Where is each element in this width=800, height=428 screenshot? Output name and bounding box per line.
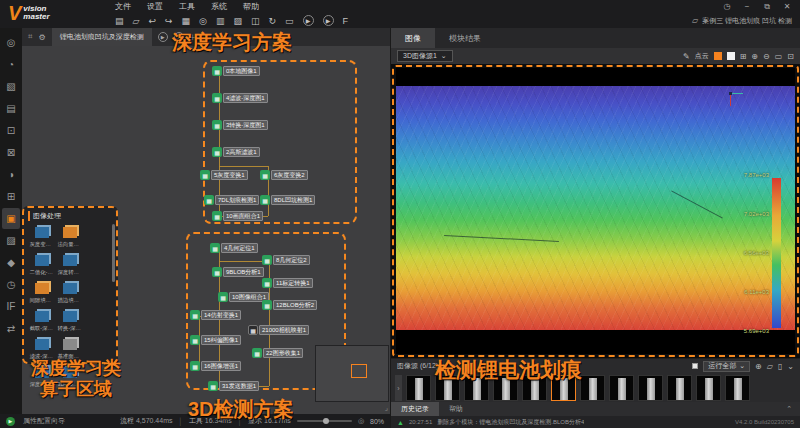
image-thumbnail[interactable]: [696, 375, 721, 401]
operator-item[interactable]: 转换-深度图: [56, 309, 84, 333]
window-button-icon[interactable]: ◷: [722, 2, 732, 12]
toolbar-icon[interactable]: ◎: [199, 15, 207, 27]
viewer-tool-icon[interactable]: ⊖: [763, 52, 770, 61]
viewer-tool-icon[interactable]: ▭: [775, 52, 783, 61]
run-all-button[interactable]: 运行全部 ⌄: [703, 361, 750, 372]
image-thumbnail[interactable]: [638, 375, 663, 401]
sidebar-tool-icon[interactable]: ▧: [2, 76, 20, 97]
sidebar-tool-icon[interactable]: ◎: [2, 32, 20, 53]
sidebar-tool-icon[interactable]: ⊡: [2, 120, 20, 141]
image-thumbnail[interactable]: [609, 375, 634, 401]
toolbar-icon[interactable]: ▶: [323, 15, 334, 26]
secondary-color-swatch[interactable]: [727, 52, 735, 60]
minimap-viewport[interactable]: [351, 364, 367, 378]
flow-node[interactable]: ▦ 5灰度变换1: [200, 170, 248, 180]
toolbar-icon[interactable]: ↻: [268, 15, 276, 27]
viewer-tool-icon[interactable]: ⊡: [787, 52, 794, 61]
flow-list-icon[interactable]: ⌗: [28, 32, 33, 42]
sidebar-tool-icon[interactable]: ⇄: [2, 318, 20, 339]
operator-item[interactable]: 二值化-深…: [28, 253, 56, 277]
image-thumbnail[interactable]: [667, 375, 692, 401]
slider-knob[interactable]: [323, 418, 329, 424]
flow-run-once-icon[interactable]: ▶: [158, 32, 168, 42]
flow-node[interactable]: ▦ 22图形收集1: [252, 348, 303, 358]
menu-item[interactable]: 工具: [179, 1, 195, 12]
operator-scrollbar[interactable]: [112, 224, 115, 282]
resize-handle-icon[interactable]: ⌟: [385, 404, 388, 412]
sidebar-tool-icon[interactable]: ⊞: [2, 186, 20, 207]
sidebar-tool-icon[interactable]: ◷: [2, 274, 20, 295]
sidebar-tool-icon[interactable]: ▨: [2, 230, 20, 251]
operator-item[interactable]: 灰度变换-…: [28, 225, 56, 249]
history-tab[interactable]: 帮助: [439, 402, 473, 416]
sidebar-tool-icon[interactable]: ◔: [2, 54, 20, 75]
toolbar-icon[interactable]: ▭: [285, 15, 294, 27]
sidebar-tool-icon[interactable]: ▣: [2, 208, 20, 229]
flow-node[interactable]: ▦ 21000相机映射1: [248, 325, 309, 335]
toolbar-icon[interactable]: ▱: [133, 15, 140, 27]
image-thumbnail[interactable]: [580, 375, 605, 401]
window-button-icon[interactable]: ⧉: [762, 2, 772, 12]
flow-node[interactable]: ▦ 0本地图像1: [212, 66, 260, 76]
flow-node[interactable]: ▦ 14仿射变换1: [190, 310, 241, 320]
toolbar-icon[interactable]: ◫: [251, 15, 260, 27]
add-image-icon[interactable]: ⊕: [755, 362, 762, 371]
flow-node[interactable]: ▦ 4几何定位1: [210, 243, 258, 253]
toolbar-icon[interactable]: ↪: [165, 15, 173, 27]
pointcloud-label[interactable]: 点云: [695, 51, 709, 61]
toolbar-icon[interactable]: ▥: [216, 15, 225, 27]
flow-node[interactable]: ▦ 12BLOB分析2: [262, 300, 317, 310]
flow-canvas[interactable]: ▦ 0本地图像1 ▦ 4滤波-深度图1 ▦: [22, 46, 390, 414]
image-thumbnail[interactable]: [725, 375, 750, 401]
flow-node[interactable]: ▦ 9BLOB分析1: [212, 267, 264, 277]
result-tab[interactable]: 图像: [391, 28, 435, 48]
operator-item[interactable]: 间隙填充-…: [28, 281, 56, 305]
viewer-tool-icon[interactable]: ⊞: [740, 52, 747, 61]
flow-node[interactable]: ▦ 15纠偏图像1: [190, 335, 241, 345]
toolbar-icon[interactable]: ▦: [182, 15, 191, 27]
operator-item[interactable]: 法向量反…: [56, 225, 84, 249]
viewer-tool-icon[interactable]: ⊕: [751, 52, 758, 61]
operator-item[interactable]: 描边填充-…: [56, 281, 84, 305]
toolbar-icon[interactable]: ▤: [115, 15, 124, 27]
operator-item[interactable]: 截取-深度图: [28, 309, 56, 333]
canvas-zoom-slider[interactable]: [297, 420, 352, 422]
flow-node[interactable]: ▦ 7DL划痕检测1: [204, 195, 259, 205]
sidebar-tool-icon[interactable]: IF: [2, 296, 20, 317]
flow-node[interactable]: ▦ 16图像增强1: [190, 361, 241, 371]
strip-expander[interactable]: ›: [395, 375, 402, 401]
flow-settings-icon[interactable]: ⚙: [39, 33, 46, 42]
image-viewport[interactable]: 7.87e+037.02e+036.56e+036.11e+035.69e+03: [391, 64, 800, 358]
flow-node[interactable]: ▦ 3转换-深度图1: [212, 120, 268, 130]
flow-node[interactable]: ▦ 8DL凹坑检测1: [260, 195, 315, 205]
window-button-icon[interactable]: ✕: [782, 2, 792, 12]
flow-node[interactable]: ▦ 4滤波-深度图1: [212, 93, 268, 103]
flow-node[interactable]: ▦ 11标定转换1: [262, 278, 313, 288]
window-button-icon[interactable]: −: [742, 2, 752, 12]
status-play-icon[interactable]: ▶: [6, 417, 15, 426]
result-tab[interactable]: 模块结果: [435, 28, 495, 48]
flow-node[interactable]: ▦ 6灰度变换2: [260, 170, 308, 180]
operator-item[interactable]: 深度转点云: [56, 253, 84, 277]
toolbar-icon[interactable]: ↩: [148, 15, 156, 27]
toolbar-icon[interactable]: ▶: [303, 15, 314, 26]
menu-item[interactable]: 设置: [147, 1, 163, 12]
history-tab[interactable]: 历史记录: [391, 402, 439, 416]
toolbar-icon[interactable]: ▨: [233, 15, 242, 27]
menu-item[interactable]: 帮助: [243, 1, 259, 12]
delete-image-icon[interactable]: ▯: [778, 362, 782, 371]
collapse-strip-icon[interactable]: ⌄: [787, 362, 794, 371]
history-entry[interactable]: ▲ 20:27:51 删除多个模块：锂电池划痕凹坑及深度检测.BLOB分析4 V…: [391, 416, 800, 428]
status-left-label[interactable]: 属性配置向导: [23, 416, 65, 426]
menu-item[interactable]: 文件: [115, 1, 131, 12]
flow-node[interactable]: ▦ 10画面组合1: [212, 211, 263, 221]
menu-item[interactable]: 系统: [211, 1, 227, 12]
flow-node[interactable]: ▦ 2高斯滤波1: [212, 147, 260, 157]
checkbox-icon[interactable]: [692, 363, 698, 369]
sidebar-tool-icon[interactable]: ◑: [2, 164, 20, 185]
sidebar-tool-icon[interactable]: ⊠: [2, 142, 20, 163]
sidebar-tool-icon[interactable]: ◆: [2, 252, 20, 273]
image-thumbnail[interactable]: [406, 375, 431, 401]
image-source-dropdown[interactable]: 3D图像源1 ⌄: [397, 50, 453, 62]
collapse-panel-icon[interactable]: ⌃: [786, 405, 800, 413]
